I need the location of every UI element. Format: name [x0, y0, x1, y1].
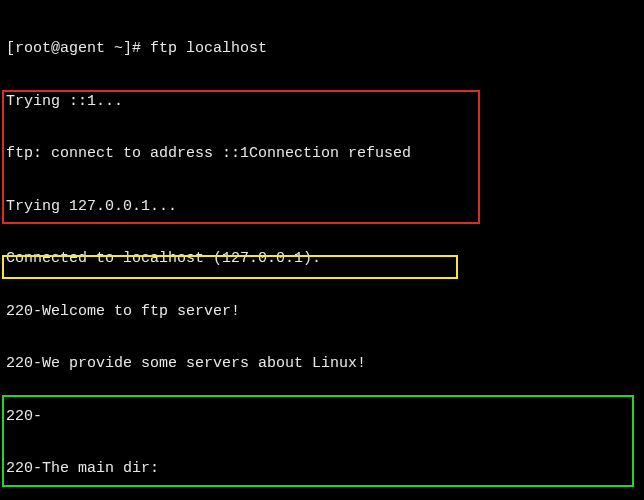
banner-line: 220-Welcome to ftp server!	[6, 303, 638, 321]
output-line: Connected to localhost (127.0.0.1).	[6, 250, 638, 268]
terminal-window[interactable]: [root@agent ~]# ftp localhost Trying ::1…	[0, 0, 644, 500]
banner-line: 220-	[6, 408, 638, 426]
output-line: Trying 127.0.0.1...	[6, 198, 638, 216]
banner-line: 220-We provide some servers about Linux!	[6, 355, 638, 373]
banner-line: 220-The main dir:	[6, 460, 638, 478]
shell-prompt-line: [root@agent ~]# ftp localhost	[6, 40, 638, 58]
output-line: ftp: connect to address ::1Connection re…	[6, 145, 638, 163]
output-line: Trying ::1...	[6, 93, 638, 111]
